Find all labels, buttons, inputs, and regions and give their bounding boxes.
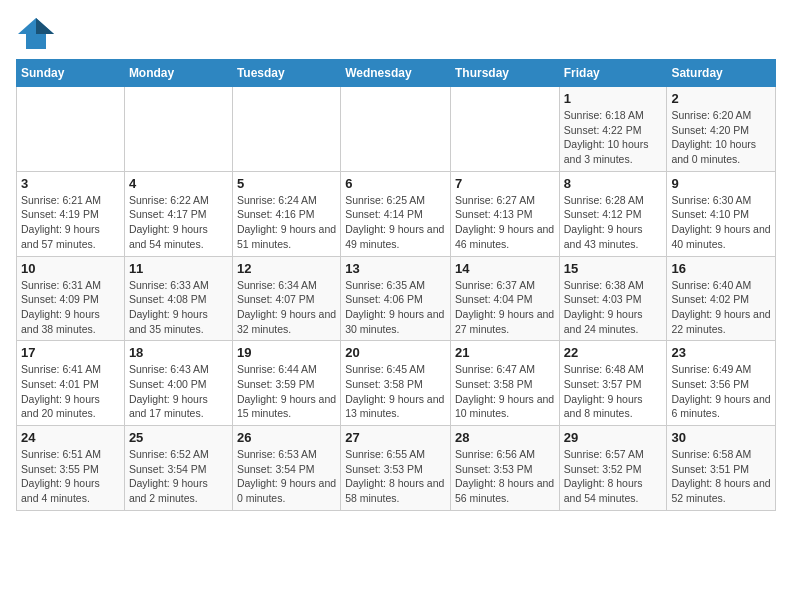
day-cell: 25Sunrise: 6:52 AM Sunset: 3:54 PM Dayli… (124, 426, 232, 511)
day-cell: 28Sunrise: 6:56 AM Sunset: 3:53 PM Dayli… (450, 426, 559, 511)
day-number: 29 (564, 430, 663, 445)
day-info: Sunrise: 6:25 AM Sunset: 4:14 PM Dayligh… (345, 193, 446, 252)
day-info: Sunrise: 6:44 AM Sunset: 3:59 PM Dayligh… (237, 362, 336, 421)
day-cell: 29Sunrise: 6:57 AM Sunset: 3:52 PM Dayli… (559, 426, 667, 511)
day-cell: 5Sunrise: 6:24 AM Sunset: 4:16 PM Daylig… (232, 171, 340, 256)
day-number: 27 (345, 430, 446, 445)
day-info: Sunrise: 6:38 AM Sunset: 4:03 PM Dayligh… (564, 278, 663, 337)
day-info: Sunrise: 6:33 AM Sunset: 4:08 PM Dayligh… (129, 278, 228, 337)
day-number: 3 (21, 176, 120, 191)
week-row-4: 17Sunrise: 6:41 AM Sunset: 4:01 PM Dayli… (17, 341, 776, 426)
day-cell: 6Sunrise: 6:25 AM Sunset: 4:14 PM Daylig… (341, 171, 451, 256)
day-cell: 30Sunrise: 6:58 AM Sunset: 3:51 PM Dayli… (667, 426, 776, 511)
day-info: Sunrise: 6:49 AM Sunset: 3:56 PM Dayligh… (671, 362, 771, 421)
day-info: Sunrise: 6:27 AM Sunset: 4:13 PM Dayligh… (455, 193, 555, 252)
day-info: Sunrise: 6:41 AM Sunset: 4:01 PM Dayligh… (21, 362, 120, 421)
day-info: Sunrise: 6:31 AM Sunset: 4:09 PM Dayligh… (21, 278, 120, 337)
day-cell: 13Sunrise: 6:35 AM Sunset: 4:06 PM Dayli… (341, 256, 451, 341)
day-info: Sunrise: 6:58 AM Sunset: 3:51 PM Dayligh… (671, 447, 771, 506)
day-number: 19 (237, 345, 336, 360)
day-cell (17, 87, 125, 172)
column-header-friday: Friday (559, 60, 667, 87)
day-number: 8 (564, 176, 663, 191)
day-number: 5 (237, 176, 336, 191)
day-info: Sunrise: 6:53 AM Sunset: 3:54 PM Dayligh… (237, 447, 336, 506)
day-cell: 14Sunrise: 6:37 AM Sunset: 4:04 PM Dayli… (450, 256, 559, 341)
day-cell (124, 87, 232, 172)
logo-icon (16, 16, 56, 51)
day-cell: 20Sunrise: 6:45 AM Sunset: 3:58 PM Dayli… (341, 341, 451, 426)
day-cell (341, 87, 451, 172)
day-cell: 18Sunrise: 6:43 AM Sunset: 4:00 PM Dayli… (124, 341, 232, 426)
svg-marker-1 (36, 18, 54, 34)
logo (16, 16, 58, 51)
day-number: 4 (129, 176, 228, 191)
day-number: 13 (345, 261, 446, 276)
day-number: 10 (21, 261, 120, 276)
day-number: 12 (237, 261, 336, 276)
day-info: Sunrise: 6:51 AM Sunset: 3:55 PM Dayligh… (21, 447, 120, 506)
day-info: Sunrise: 6:18 AM Sunset: 4:22 PM Dayligh… (564, 108, 663, 167)
column-header-wednesday: Wednesday (341, 60, 451, 87)
day-number: 18 (129, 345, 228, 360)
day-cell: 23Sunrise: 6:49 AM Sunset: 3:56 PM Dayli… (667, 341, 776, 426)
day-number: 2 (671, 91, 771, 106)
day-number: 23 (671, 345, 771, 360)
day-info: Sunrise: 6:35 AM Sunset: 4:06 PM Dayligh… (345, 278, 446, 337)
column-header-tuesday: Tuesday (232, 60, 340, 87)
day-info: Sunrise: 6:30 AM Sunset: 4:10 PM Dayligh… (671, 193, 771, 252)
day-cell: 24Sunrise: 6:51 AM Sunset: 3:55 PM Dayli… (17, 426, 125, 511)
column-header-thursday: Thursday (450, 60, 559, 87)
day-cell: 4Sunrise: 6:22 AM Sunset: 4:17 PM Daylig… (124, 171, 232, 256)
day-cell: 3Sunrise: 6:21 AM Sunset: 4:19 PM Daylig… (17, 171, 125, 256)
day-cell: 8Sunrise: 6:28 AM Sunset: 4:12 PM Daylig… (559, 171, 667, 256)
day-cell: 19Sunrise: 6:44 AM Sunset: 3:59 PM Dayli… (232, 341, 340, 426)
day-info: Sunrise: 6:28 AM Sunset: 4:12 PM Dayligh… (564, 193, 663, 252)
day-info: Sunrise: 6:37 AM Sunset: 4:04 PM Dayligh… (455, 278, 555, 337)
day-cell: 26Sunrise: 6:53 AM Sunset: 3:54 PM Dayli… (232, 426, 340, 511)
day-cell: 21Sunrise: 6:47 AM Sunset: 3:58 PM Dayli… (450, 341, 559, 426)
day-number: 21 (455, 345, 555, 360)
day-cell: 7Sunrise: 6:27 AM Sunset: 4:13 PM Daylig… (450, 171, 559, 256)
day-cell: 16Sunrise: 6:40 AM Sunset: 4:02 PM Dayli… (667, 256, 776, 341)
column-header-sunday: Sunday (17, 60, 125, 87)
calendar-body: 1Sunrise: 6:18 AM Sunset: 4:22 PM Daylig… (17, 87, 776, 511)
day-info: Sunrise: 6:43 AM Sunset: 4:00 PM Dayligh… (129, 362, 228, 421)
day-info: Sunrise: 6:47 AM Sunset: 3:58 PM Dayligh… (455, 362, 555, 421)
day-info: Sunrise: 6:52 AM Sunset: 3:54 PM Dayligh… (129, 447, 228, 506)
day-number: 9 (671, 176, 771, 191)
day-number: 22 (564, 345, 663, 360)
day-cell (450, 87, 559, 172)
day-number: 25 (129, 430, 228, 445)
calendar-table: SundayMondayTuesdayWednesdayThursdayFrid… (16, 59, 776, 511)
day-number: 30 (671, 430, 771, 445)
day-number: 20 (345, 345, 446, 360)
header (16, 16, 776, 51)
week-row-3: 10Sunrise: 6:31 AM Sunset: 4:09 PM Dayli… (17, 256, 776, 341)
column-header-monday: Monday (124, 60, 232, 87)
week-row-5: 24Sunrise: 6:51 AM Sunset: 3:55 PM Dayli… (17, 426, 776, 511)
day-info: Sunrise: 6:57 AM Sunset: 3:52 PM Dayligh… (564, 447, 663, 506)
day-number: 11 (129, 261, 228, 276)
day-info: Sunrise: 6:45 AM Sunset: 3:58 PM Dayligh… (345, 362, 446, 421)
day-number: 14 (455, 261, 555, 276)
calendar-header-row: SundayMondayTuesdayWednesdayThursdayFrid… (17, 60, 776, 87)
day-number: 16 (671, 261, 771, 276)
day-cell: 17Sunrise: 6:41 AM Sunset: 4:01 PM Dayli… (17, 341, 125, 426)
day-cell: 15Sunrise: 6:38 AM Sunset: 4:03 PM Dayli… (559, 256, 667, 341)
day-cell: 22Sunrise: 6:48 AM Sunset: 3:57 PM Dayli… (559, 341, 667, 426)
day-number: 15 (564, 261, 663, 276)
day-info: Sunrise: 6:48 AM Sunset: 3:57 PM Dayligh… (564, 362, 663, 421)
day-cell: 1Sunrise: 6:18 AM Sunset: 4:22 PM Daylig… (559, 87, 667, 172)
day-cell: 9Sunrise: 6:30 AM Sunset: 4:10 PM Daylig… (667, 171, 776, 256)
day-info: Sunrise: 6:40 AM Sunset: 4:02 PM Dayligh… (671, 278, 771, 337)
week-row-2: 3Sunrise: 6:21 AM Sunset: 4:19 PM Daylig… (17, 171, 776, 256)
day-info: Sunrise: 6:20 AM Sunset: 4:20 PM Dayligh… (671, 108, 771, 167)
day-info: Sunrise: 6:56 AM Sunset: 3:53 PM Dayligh… (455, 447, 555, 506)
day-cell: 2Sunrise: 6:20 AM Sunset: 4:20 PM Daylig… (667, 87, 776, 172)
day-cell (232, 87, 340, 172)
day-info: Sunrise: 6:22 AM Sunset: 4:17 PM Dayligh… (129, 193, 228, 252)
day-info: Sunrise: 6:34 AM Sunset: 4:07 PM Dayligh… (237, 278, 336, 337)
day-number: 7 (455, 176, 555, 191)
day-cell: 12Sunrise: 6:34 AM Sunset: 4:07 PM Dayli… (232, 256, 340, 341)
